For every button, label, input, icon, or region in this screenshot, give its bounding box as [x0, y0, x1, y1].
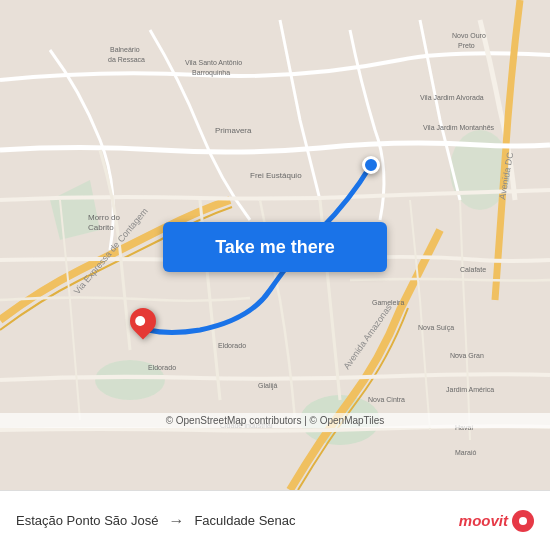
- svg-text:Vila Jardim Alvorada: Vila Jardim Alvorada: [420, 94, 484, 101]
- svg-text:Jardim América: Jardim América: [446, 386, 494, 393]
- svg-text:Calafate: Calafate: [460, 266, 486, 273]
- map-container: Via Expressa de Contagem Avenida Amazona…: [0, 0, 550, 490]
- svg-text:Eldorado: Eldorado: [218, 342, 246, 349]
- svg-text:Frei Eustáquio: Frei Eustáquio: [250, 171, 302, 180]
- svg-text:Gameleira: Gameleira: [372, 299, 404, 306]
- footer: Estação Ponto São José → Faculdade Senac…: [0, 490, 550, 550]
- svg-text:Nova Cintra: Nova Cintra: [368, 396, 405, 403]
- svg-text:Glalijá: Glalijá: [258, 382, 278, 390]
- map-attribution: © OpenStreetMap contributors | © OpenMap…: [0, 413, 550, 428]
- svg-text:Vila Jardim Montanhês: Vila Jardim Montanhês: [423, 124, 495, 131]
- svg-text:Eldorado: Eldorado: [148, 364, 176, 371]
- origin-marker: [130, 308, 156, 334]
- direction-arrow: →: [168, 512, 184, 530]
- svg-text:da Ressaca: da Ressaca: [108, 56, 145, 63]
- moovit-icon: [512, 510, 534, 532]
- svg-text:Novo Ouro: Novo Ouro: [452, 32, 486, 39]
- svg-text:Balneário: Balneário: [110, 46, 140, 53]
- svg-text:Morro do: Morro do: [88, 213, 121, 222]
- svg-text:Nova Suíça: Nova Suíça: [418, 324, 454, 332]
- origin-label: Estação Ponto São José: [16, 513, 158, 528]
- moovit-logo: moovit: [459, 510, 534, 532]
- svg-text:Barroquinha: Barroquinha: [192, 69, 230, 77]
- destination-marker: [362, 156, 380, 174]
- take-me-there-button[interactable]: Take me there: [163, 222, 387, 272]
- svg-text:Vila Santo Antônio: Vila Santo Antônio: [185, 59, 242, 66]
- svg-text:Primavera: Primavera: [215, 126, 252, 135]
- svg-text:...: ...: [455, 349, 461, 356]
- svg-text:Maraió: Maraió: [455, 449, 477, 456]
- destination-label: Faculdade Senac: [194, 513, 295, 528]
- svg-text:Cabrito: Cabrito: [88, 223, 114, 232]
- moovit-wordmark: moovit: [459, 512, 508, 529]
- svg-text:Preto: Preto: [458, 42, 475, 49]
